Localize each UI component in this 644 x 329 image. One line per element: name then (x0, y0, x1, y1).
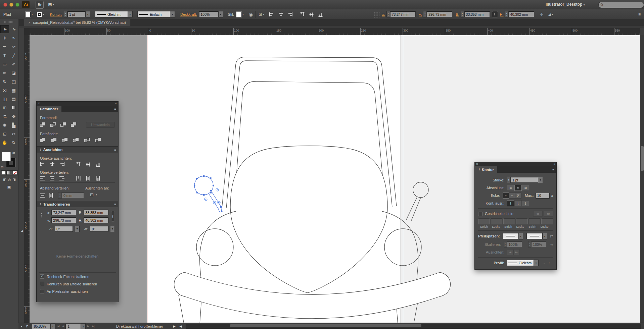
distribute-left-button[interactable] (77, 176, 81, 181)
shear-dropdown[interactable]: ▼ (110, 226, 115, 232)
align-bottom-button[interactable] (319, 12, 323, 17)
variable-width-dropdown[interactable]: ▼ (128, 11, 133, 17)
arrowhead-start-dropdown[interactable]: ▼ (519, 233, 523, 239)
constrain-proportions-button[interactable]: ∞ (111, 211, 115, 222)
search-input[interactable]: ⚲ (598, 2, 644, 8)
align-left-button[interactable] (40, 162, 45, 166)
y-label[interactable]: y: (419, 12, 422, 16)
chevron-down-icon[interactable]: ▼ (242, 13, 244, 15)
horizontal-scrollbar[interactable] (186, 324, 642, 329)
share-icon[interactable]: ↱ (26, 324, 29, 328)
align-top-button[interactable] (301, 12, 305, 17)
pencil-tool[interactable]: ✏ (0, 69, 9, 77)
zoom-level-field[interactable]: 85,83% (32, 324, 51, 329)
artboard-number-field[interactable]: 1 (65, 324, 81, 329)
height-stepper[interactable]: ▲▼ (505, 11, 509, 17)
width-profile-combo[interactable]: Gleichm. (507, 260, 534, 266)
status-expand-icon[interactable]: ▶ (173, 325, 176, 328)
merge-button[interactable] (62, 138, 68, 143)
slice-tool[interactable]: ✂ (9, 130, 18, 138)
dock-collapse-arrow[interactable]: ◀ (21, 229, 23, 233)
gap-field-2[interactable] (516, 218, 528, 224)
checkbox-unchecked[interactable] (40, 289, 44, 293)
previous-artboard-button[interactable]: ◀ (62, 325, 64, 328)
workspace-switcher[interactable]: Illustrator_Desktop ▾ (546, 2, 585, 7)
align-bottom-button[interactable] (96, 162, 100, 167)
gap-field-3[interactable] (541, 218, 553, 224)
x-stepper[interactable]: ▲▼ (386, 11, 390, 17)
color-button[interactable] (1, 170, 6, 175)
paintbrush-tool[interactable]: ✐ (9, 60, 18, 68)
align-middle-button[interactable] (310, 12, 314, 17)
transform-x-field[interactable]: 73,247 mm (51, 210, 76, 215)
minus-front-button[interactable] (50, 122, 56, 127)
vertical-ruler[interactable]: 150 200 250 300 350 400 450 (24, 35, 30, 323)
gradient-button[interactable] (6, 170, 12, 175)
width-field[interactable]: 33,353 mm (464, 11, 490, 17)
tab-pathfinder[interactable]: Pathfinder (37, 106, 61, 112)
fill-color-swatch[interactable] (25, 12, 31, 17)
window-minimize-button[interactable] (9, 3, 13, 7)
scale-tool[interactable]: ◰ (9, 77, 18, 86)
free-transform-tool[interactable]: ▦ (9, 86, 18, 94)
expand-toggle-icon[interactable]: ⇕ (39, 203, 42, 206)
swap-arrowheads-icon[interactable]: ⇄ (550, 234, 553, 238)
artboard-tool[interactable]: ⊡ (0, 130, 9, 138)
weight-stepper[interactable]: ▲▼ (507, 177, 511, 183)
align-right-button[interactable] (287, 12, 292, 16)
default-fill-stroke-icon[interactable]: ◱ (1, 166, 4, 169)
distribute-top-button[interactable] (40, 176, 45, 180)
line-segment-tool[interactable]: ╱ (9, 51, 18, 59)
rotate-dropdown[interactable]: ▼ (75, 226, 79, 232)
zoom-tool[interactable]: ⚲ (9, 139, 18, 147)
scale-start-stepper[interactable]: ▲▼ (504, 241, 507, 248)
live-corner-widgets[interactable] (204, 188, 220, 204)
rectangle-tool[interactable]: ▭ (0, 60, 9, 68)
unite-button[interactable] (40, 122, 45, 127)
intersect-button[interactable] (60, 122, 66, 127)
tab-transform[interactable]: Transformieren (43, 202, 70, 206)
x-label[interactable]: x: (382, 12, 385, 16)
stroke-panel-link[interactable]: Kontur: (50, 12, 62, 16)
distribute-hcenter-button[interactable] (86, 176, 90, 181)
butt-cap-button[interactable]: ⊏ (507, 185, 514, 191)
last-artboard-button[interactable]: ▶| (92, 325, 94, 328)
column-graph-tool[interactable]: ▙ (9, 121, 18, 129)
panel-group-titlebar[interactable]: × « (37, 102, 118, 106)
panel-menu-icon[interactable]: ≡ (552, 168, 554, 171)
panel-drag-handle[interactable] (4, 21, 14, 23)
close-icon[interactable]: × (28, 20, 30, 24)
arrowhead-end-dropdown[interactable]: ▼ (543, 233, 547, 239)
rotate-tool[interactable]: ↻ (0, 77, 9, 86)
shape-builder-tool[interactable]: ◫ (0, 95, 9, 103)
transform-panel-header[interactable]: ⇕ Transformieren ≡ (37, 201, 118, 207)
align-top-button[interactable] (77, 162, 81, 167)
expand-toggle-icon[interactable]: ⇕ (39, 148, 42, 151)
trim-button[interactable] (51, 138, 57, 143)
chevron-down-icon[interactable]: ▼ (31, 13, 33, 15)
fill-swatch[interactable] (2, 152, 11, 161)
round-cap-button[interactable]: ⊂ (514, 185, 522, 191)
eraser-tool[interactable]: ◪ (9, 69, 18, 77)
reference-point-locator[interactable] (373, 11, 379, 17)
miter-limit-field[interactable]: 10 (536, 193, 550, 199)
window-zoom-button[interactable] (15, 3, 19, 7)
panel-menu-icon[interactable]: ≡ (114, 203, 116, 206)
brush-dropdown[interactable]: ▼ (170, 11, 175, 17)
close-icon[interactable]: × (476, 162, 478, 166)
align-vcenter-button[interactable] (86, 162, 90, 167)
direct-selection-tool[interactable]: ➢ (9, 25, 18, 33)
distribute-vcenter-button[interactable] (50, 176, 55, 180)
gap-field-1[interactable] (491, 218, 503, 224)
align-to-icon[interactable]: ⊡ (90, 192, 94, 197)
graphic-style-swatch[interactable] (236, 12, 241, 17)
arrow-align-tip-button[interactable]: ⇥ (507, 249, 513, 255)
none-button[interactable] (12, 170, 18, 175)
transform-again-icon[interactable]: ✛ (540, 12, 544, 17)
chevron-down-icon[interactable]: ▼ (95, 194, 97, 196)
dash-field-1[interactable] (478, 218, 490, 224)
width-stepper[interactable]: ▲▼ (461, 11, 464, 17)
arrowhead-end-combo[interactable] (526, 233, 543, 239)
bevel-join-button[interactable]: ◸ (515, 193, 521, 199)
width-tool[interactable]: ⋈ (0, 86, 9, 94)
